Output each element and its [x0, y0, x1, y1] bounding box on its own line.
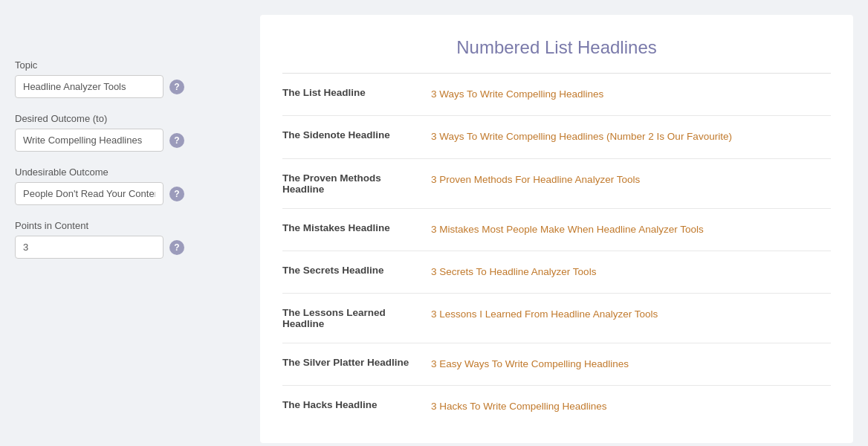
headline-value: 3 Easy Ways To Write Compelling Headline… — [431, 343, 831, 386]
table-row: The Lessons Learned Headline3 Lessons I … — [282, 294, 831, 343]
undesirable-help-icon[interactable]: ? — [169, 187, 184, 201]
headline-link[interactable]: 3 Proven Methods For Headline Analyzer T… — [431, 174, 640, 185]
topic-field-group: Topic ? — [15, 59, 238, 98]
topic-input[interactable] — [15, 75, 163, 98]
undesirable-label: Undesirable Outcome — [15, 167, 238, 178]
table-row: The Silver Platter Headline3 Easy Ways T… — [282, 343, 831, 386]
headline-link[interactable]: 3 Ways To Write Compelling Headlines (Nu… — [431, 131, 732, 142]
table-row: The Sidenote Headline3 Ways To Write Com… — [282, 116, 831, 158]
topic-label: Topic — [15, 59, 238, 71]
table-row: The Mistakes Headline3 Mistakes Most Peo… — [282, 208, 831, 251]
headline-value: 3 Secrets To Headline Analyzer Tools — [431, 251, 831, 293]
headline-link[interactable]: 3 Easy Ways To Write Compelling Headline… — [431, 358, 629, 369]
undesirable-input[interactable] — [15, 182, 163, 205]
right-panel: Numbered List Headlines The List Headlin… — [260, 15, 853, 443]
headline-value: 3 Lessons I Learned From Headline Analyz… — [431, 294, 831, 343]
headline-type-label: The Mistakes Headline — [282, 208, 431, 251]
left-panel: Topic ? Desired Outcome (to) ? Undesirab… — [15, 15, 238, 443]
headline-link[interactable]: 3 Lessons I Learned From Headline Analyz… — [431, 308, 658, 320]
outcome-input[interactable] — [15, 129, 163, 152]
headline-type-label: The List Headline — [282, 74, 431, 116]
headline-value: 3 Ways To Write Compelling Headlines (Nu… — [431, 116, 831, 158]
table-row: The Hacks Headline3 Hacks To Write Compe… — [282, 386, 831, 428]
outcome-label: Desired Outcome (to) — [15, 113, 238, 124]
table-row: The Secrets Headline3 Secrets To Headlin… — [282, 251, 831, 293]
headline-link[interactable]: 3 Hacks To Write Compelling Headlines — [431, 401, 607, 412]
outcome-field-group: Desired Outcome (to) ? — [15, 113, 238, 152]
headline-value: 3 Hacks To Write Compelling Headlines — [431, 386, 831, 428]
headline-type-label: The Lessons Learned Headline — [282, 294, 431, 343]
headline-type-label: The Hacks Headline — [282, 386, 431, 428]
headline-value: 3 Ways To Write Compelling Headlines — [431, 74, 831, 116]
topic-help-icon[interactable]: ? — [169, 80, 184, 94]
outcome-help-icon[interactable]: ? — [169, 133, 184, 148]
headline-link[interactable]: 3 Mistakes Most People Make When Headlin… — [431, 224, 704, 235]
headline-link[interactable]: 3 Ways To Write Compelling Headlines — [431, 88, 603, 100]
table-row: The Proven Methods Headline3 Proven Meth… — [282, 158, 831, 208]
headline-type-label: The Proven Methods Headline — [282, 158, 431, 208]
points-label: Points in Content — [15, 220, 238, 231]
headlines-table: The List Headline3 Ways To Write Compell… — [282, 74, 831, 428]
undesirable-field-group: Undesirable Outcome ? — [15, 167, 238, 205]
headline-type-label: The Silver Platter Headline — [282, 343, 431, 386]
headline-type-label: The Sidenote Headline — [282, 116, 431, 158]
table-row: The List Headline3 Ways To Write Compell… — [282, 74, 831, 116]
points-help-icon[interactable]: ? — [169, 240, 184, 255]
points-field-group: Points in Content ? — [15, 220, 238, 259]
headline-type-label: The Secrets Headline — [282, 251, 431, 293]
headline-value: 3 Proven Methods For Headline Analyzer T… — [431, 158, 831, 208]
page-title: Numbered List Headlines — [282, 37, 831, 58]
points-input[interactable] — [15, 236, 163, 259]
headline-value: 3 Mistakes Most People Make When Headlin… — [431, 208, 831, 251]
headline-link[interactable]: 3 Secrets To Headline Analyzer Tools — [431, 266, 596, 277]
